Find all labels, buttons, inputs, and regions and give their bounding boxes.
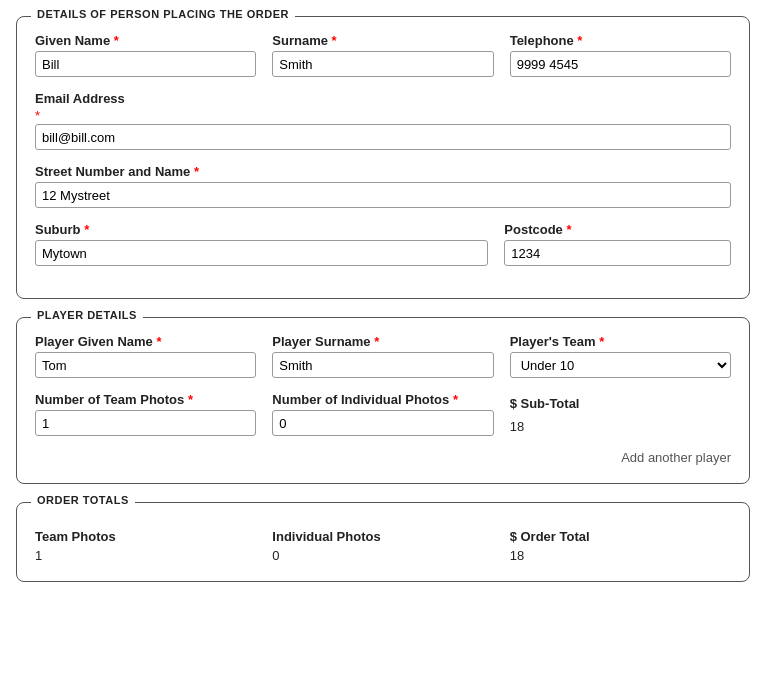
given-name-input[interactable] [35, 51, 256, 77]
totals-team-photos-label: Team Photos [35, 529, 256, 544]
individual-photos-label: Number of Individual Photos * [272, 392, 493, 407]
player-details-section: PLAYER DETAILS Player Given Name * Playe… [16, 317, 750, 484]
postcode-group: Postcode * [504, 222, 731, 266]
email-group: Email Address * [35, 91, 731, 150]
player-surname-required: * [374, 334, 379, 349]
totals-individual-photos-value: 0 [272, 548, 493, 563]
player-given-name-label: Player Given Name * [35, 334, 256, 349]
individual-photos-input[interactable] [272, 410, 493, 436]
given-name-group: Given Name * [35, 33, 256, 77]
row-email: Email Address * [35, 91, 731, 150]
totals-individual-photos-col: Individual Photos 0 [272, 529, 493, 563]
player-team-group: Player's Team * Under 10 Under 12 Under … [510, 334, 731, 378]
street-input[interactable] [35, 182, 731, 208]
street-required: * [194, 164, 199, 179]
street-label: Street Number and Name * [35, 164, 731, 179]
street-group: Street Number and Name * [35, 164, 731, 208]
telephone-group: Telephone * [510, 33, 731, 77]
row-street: Street Number and Name * [35, 164, 731, 208]
telephone-label: Telephone * [510, 33, 731, 48]
order-totals-section: ORDER TOTALS Team Photos 1 Individual Ph… [16, 502, 750, 582]
suburb-required: * [84, 222, 89, 237]
player-row-2: Number of Team Photos * Number of Indivi… [35, 392, 731, 436]
email-input[interactable] [35, 124, 731, 150]
given-name-label: Given Name * [35, 33, 256, 48]
telephone-required: * [577, 33, 582, 48]
player-team-required: * [599, 334, 604, 349]
team-photos-label: Number of Team Photos * [35, 392, 256, 407]
totals-order-total-col: $ Order Total 18 [510, 529, 731, 563]
totals-row: Team Photos 1 Individual Photos 0 $ Orde… [35, 529, 731, 563]
email-required-star: * [35, 109, 731, 122]
player-given-name-required: * [156, 334, 161, 349]
totals-team-photos-col: Team Photos 1 [35, 529, 256, 563]
player-surname-group: Player Surname * [272, 334, 493, 378]
player-surname-input[interactable] [272, 352, 493, 378]
suburb-input[interactable] [35, 240, 488, 266]
subtotal-value: 18 [510, 414, 731, 436]
postcode-input[interactable] [504, 240, 731, 266]
player-team-label: Player's Team * [510, 334, 731, 349]
totals-team-photos-value: 1 [35, 548, 256, 563]
order-totals-title: ORDER TOTALS [31, 494, 135, 506]
row-name-telephone: Given Name * Surname * Telephone * [35, 33, 731, 77]
totals-individual-photos-label: Individual Photos [272, 529, 493, 544]
surname-label: Surname * [272, 33, 493, 48]
team-photos-group: Number of Team Photos * [35, 392, 256, 436]
suburb-group: Suburb * [35, 222, 488, 266]
individual-photos-group: Number of Individual Photos * [272, 392, 493, 436]
surname-input[interactable] [272, 51, 493, 77]
individual-photos-required: * [453, 392, 458, 407]
postcode-label: Postcode * [504, 222, 731, 237]
player-given-name-group: Player Given Name * [35, 334, 256, 378]
subtotal-label: $ Sub-Total [510, 396, 731, 411]
row-suburb-postcode: Suburb * Postcode * [35, 222, 731, 266]
surname-required: * [332, 33, 337, 48]
team-photos-required: * [188, 392, 193, 407]
postcode-required: * [566, 222, 571, 237]
order-details-section: DETAILS OF PERSON PLACING THE ORDER Give… [16, 16, 750, 299]
add-another-player-button[interactable]: Add another player [35, 450, 731, 465]
surname-group: Surname * [272, 33, 493, 77]
player-details-title: PLAYER DETAILS [31, 309, 143, 321]
suburb-label: Suburb * [35, 222, 488, 237]
player-row-1: Player Given Name * Player Surname * Pla… [35, 334, 731, 378]
telephone-input[interactable] [510, 51, 731, 77]
totals-order-total-label: $ Order Total [510, 529, 731, 544]
totals-order-total-value: 18 [510, 548, 731, 563]
player-surname-label: Player Surname * [272, 334, 493, 349]
team-photos-input[interactable] [35, 410, 256, 436]
player-given-name-input[interactable] [35, 352, 256, 378]
given-name-required: * [114, 33, 119, 48]
player-team-select[interactable]: Under 10 Under 12 Under 14 Under 16 [510, 352, 731, 378]
subtotal-group: $ Sub-Total 18 [510, 396, 731, 436]
order-details-title: DETAILS OF PERSON PLACING THE ORDER [31, 8, 295, 20]
email-label: Email Address [35, 91, 731, 106]
